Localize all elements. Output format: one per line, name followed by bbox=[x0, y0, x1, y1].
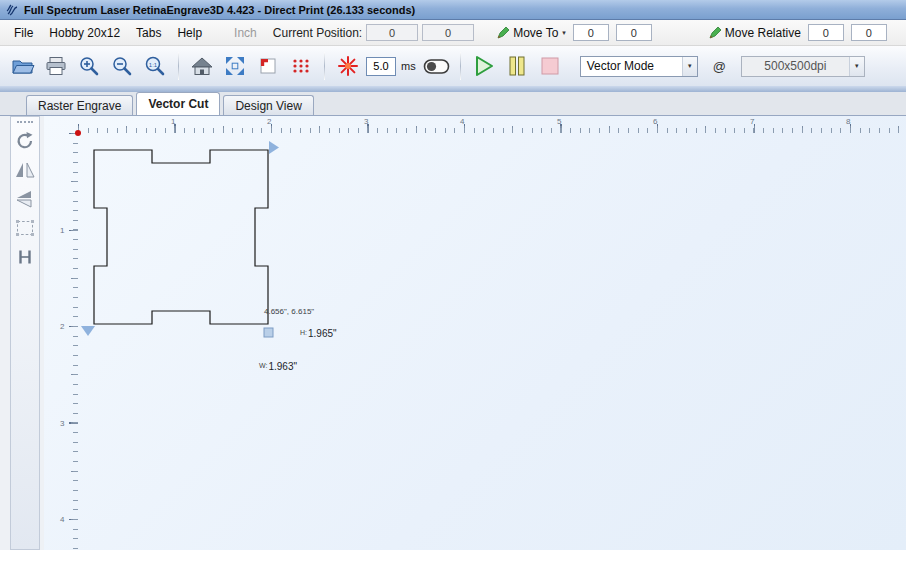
app-icon bbox=[5, 3, 19, 17]
at-symbol-label: @ bbox=[713, 59, 726, 74]
fit-view-button[interactable] bbox=[220, 51, 250, 81]
selection-height-readout: H:1.965" bbox=[300, 328, 337, 339]
laser-toggle[interactable] bbox=[422, 51, 452, 81]
toggle-switch-icon bbox=[423, 58, 450, 75]
hruler-number: 5 bbox=[557, 117, 561, 126]
hruler-number: 4 bbox=[460, 117, 464, 126]
mirror-horizontal-button[interactable] bbox=[13, 158, 37, 182]
hruler-number: 1 bbox=[171, 117, 175, 126]
laser-pointer-button[interactable] bbox=[333, 51, 363, 81]
stop-icon bbox=[539, 55, 561, 77]
dpi-combobox-value: 500x500dpi bbox=[742, 59, 849, 73]
pulse-duration-input[interactable] bbox=[366, 57, 396, 76]
move-relative-label[interactable]: Move Relative bbox=[725, 26, 801, 40]
tab-design-view-label: Design View bbox=[235, 99, 301, 113]
print-button[interactable] bbox=[41, 51, 71, 81]
chevron-down-icon[interactable]: ▾ bbox=[849, 57, 864, 76]
pause-job-button[interactable] bbox=[502, 51, 532, 81]
marquee-select-button[interactable] bbox=[13, 216, 37, 240]
move-to-label[interactable]: Move To bbox=[513, 26, 558, 40]
hruler-number: 8 bbox=[846, 117, 850, 126]
vruler-number: 3 bbox=[60, 419, 64, 428]
vruler-number: 2 bbox=[60, 322, 64, 331]
open-file-button[interactable] bbox=[8, 51, 38, 81]
zoom-out-icon bbox=[111, 55, 133, 77]
design-canvas[interactable]: 4.656", 6.615" H:1.965" W:1.963" bbox=[78, 133, 906, 550]
mirror-vertical-icon bbox=[15, 190, 35, 208]
move-relative-x-field[interactable] bbox=[808, 24, 844, 41]
height-tool-button[interactable] bbox=[13, 245, 37, 269]
main-area: 1 2 3 4 5 6 7 8 1 2 3 4 bbox=[0, 116, 906, 550]
zoom-in-button[interactable] bbox=[74, 51, 104, 81]
palette-grip[interactable] bbox=[17, 121, 33, 123]
width-label: W: bbox=[259, 362, 267, 369]
box-joint-shape[interactable] bbox=[94, 150, 268, 324]
grid-dots-button[interactable] bbox=[286, 51, 316, 81]
stop-job-button[interactable] bbox=[535, 51, 565, 81]
move-to-dropdown-arrow[interactable]: ▾ bbox=[562, 29, 566, 37]
expand-arrows-icon bbox=[224, 55, 246, 77]
selection-handle-bottom-right[interactable] bbox=[264, 328, 273, 337]
transform-palette bbox=[10, 116, 40, 550]
set-origin-corner-button[interactable] bbox=[253, 51, 283, 81]
current-position-x-field[interactable] bbox=[366, 24, 418, 41]
move-relative-icon bbox=[708, 26, 722, 40]
rotate-button[interactable] bbox=[13, 129, 37, 153]
hruler-number: 3 bbox=[364, 117, 368, 126]
mode-combobox-value: Vector Mode bbox=[581, 59, 682, 73]
selection-handle-top-right[interactable] bbox=[269, 141, 279, 154]
hruler-number: 7 bbox=[750, 117, 754, 126]
home-button[interactable] bbox=[187, 51, 217, 81]
menu-file[interactable]: File bbox=[6, 23, 41, 43]
start-job-button[interactable] bbox=[469, 51, 499, 81]
move-to-x-field[interactable] bbox=[573, 24, 609, 41]
move-relative-y-field[interactable] bbox=[851, 24, 887, 41]
move-to-y-field[interactable] bbox=[616, 24, 652, 41]
mirror-vertical-button[interactable] bbox=[13, 187, 37, 211]
zoom-one-to-one-icon: 1:1 bbox=[144, 55, 166, 77]
unit-label: Inch bbox=[234, 26, 257, 40]
rotate-icon bbox=[15, 131, 35, 151]
toolbar-separator bbox=[460, 52, 461, 80]
red-dot-grid-icon bbox=[291, 57, 311, 75]
hruler-number: 2 bbox=[267, 117, 271, 126]
app-window: Full Spectrum Laser RetinaEngrave3D 4.42… bbox=[0, 0, 906, 561]
printer-icon bbox=[45, 56, 67, 76]
pulse-unit-label: ms bbox=[401, 60, 416, 72]
height-label: H: bbox=[300, 329, 307, 336]
tab-raster-engrave[interactable]: Raster Engrave bbox=[26, 95, 133, 115]
zoom-out-button[interactable] bbox=[107, 51, 137, 81]
tab-raster-engrave-label: Raster Engrave bbox=[38, 99, 121, 113]
selection-handle-bottom-left[interactable] bbox=[81, 326, 95, 336]
corner-marker-icon bbox=[258, 56, 278, 76]
menubar: File Hobby 20x12 Tabs Help Inch Current … bbox=[0, 20, 906, 46]
width-value: 1.963" bbox=[268, 361, 297, 372]
current-position-y-field[interactable] bbox=[422, 24, 474, 41]
chevron-down-icon[interactable]: ▾ bbox=[682, 57, 697, 76]
menu-hobby-20x12[interactable]: Hobby 20x12 bbox=[41, 23, 128, 43]
zoom-actual-size-button[interactable]: 1:1 bbox=[140, 51, 170, 81]
play-icon bbox=[473, 54, 495, 78]
toolbar: 1:1 bbox=[0, 46, 906, 86]
workspace[interactable]: 1 2 3 4 5 6 7 8 1 2 3 4 bbox=[44, 116, 906, 550]
tab-vector-cut[interactable]: Vector Cut bbox=[136, 92, 220, 115]
pause-icon bbox=[507, 54, 527, 78]
h-beam-icon bbox=[15, 248, 35, 266]
height-value: 1.965" bbox=[308, 328, 337, 339]
toolbar-separator bbox=[324, 52, 325, 80]
svg-text:1:1: 1:1 bbox=[149, 62, 158, 68]
titlebar[interactable]: Full Spectrum Laser RetinaEngrave3D 4.42… bbox=[0, 0, 906, 20]
tab-vector-cut-label: Vector Cut bbox=[148, 97, 208, 111]
menu-tabs[interactable]: Tabs bbox=[128, 23, 169, 43]
home-icon bbox=[191, 56, 213, 76]
mirror-horizontal-icon bbox=[15, 161, 35, 179]
move-to-icon bbox=[496, 26, 510, 40]
laser-burst-icon bbox=[337, 55, 359, 77]
mode-combobox[interactable]: Vector Mode ▾ bbox=[580, 56, 698, 77]
menu-help[interactable]: Help bbox=[169, 23, 210, 43]
selection-position-readout: 4.656", 6.615" bbox=[264, 307, 314, 316]
dpi-combobox[interactable]: 500x500dpi ▾ bbox=[741, 56, 865, 77]
tab-design-view[interactable]: Design View bbox=[223, 95, 313, 115]
current-position-label: Current Position: bbox=[273, 26, 362, 40]
tabstrip: Raster Engrave Vector Cut Design View bbox=[0, 92, 906, 116]
